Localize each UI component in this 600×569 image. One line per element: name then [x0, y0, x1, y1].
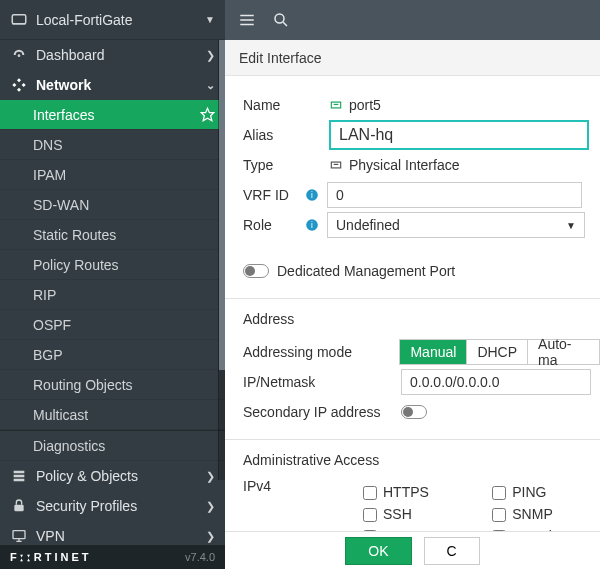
- addressing-mode-segmented: Manual DHCP Auto-ma: [399, 339, 600, 365]
- chk-snmp[interactable]: SNMP: [492, 506, 583, 522]
- sidebar-item-dashboard[interactable]: Dashboard ❯: [0, 40, 225, 70]
- nav: Dashboard ❯ Network ⌄ Interfaces DNS IPA…: [0, 40, 225, 545]
- network-icon: [10, 77, 28, 93]
- chevron-right-icon: ❯: [206, 470, 215, 483]
- sidebar-scrollbar[interactable]: [218, 40, 225, 480]
- chevron-down-icon: ▼: [205, 14, 215, 25]
- sidebar-item-interfaces[interactable]: Interfaces: [0, 100, 225, 130]
- address-section-title: Address: [243, 311, 600, 327]
- sidebar-item-routing-objects[interactable]: Routing Objects: [0, 370, 225, 400]
- info-icon[interactable]: i: [305, 218, 319, 232]
- svg-point-1: [18, 54, 21, 57]
- role-value: Undefined: [336, 217, 400, 233]
- nav-label: Multicast: [33, 407, 88, 423]
- type-label: Type: [243, 157, 299, 173]
- chevron-down-icon: ▼: [566, 220, 576, 231]
- nav-label: Routing Objects: [33, 377, 133, 393]
- sidebar-footer: FːːRTINET v7.4.0: [0, 545, 225, 569]
- chevron-right-icon: ❯: [206, 530, 215, 543]
- vrf-label: VRF ID: [243, 187, 299, 203]
- nav-label: Static Routes: [33, 227, 116, 243]
- sidebar-header[interactable]: Local-FortiGate ▼: [0, 0, 225, 40]
- sidebar-item-policy-routes[interactable]: Policy Routes: [0, 250, 225, 280]
- footer-bar: OK C: [225, 531, 600, 569]
- page-title: Edit Interface: [239, 50, 322, 66]
- sidebar-item-network[interactable]: Network ⌄: [0, 70, 225, 100]
- svg-marker-2: [201, 108, 214, 121]
- ok-button[interactable]: OK: [345, 537, 411, 565]
- chevron-down-icon: ⌄: [206, 79, 215, 92]
- svg-point-6: [275, 14, 284, 23]
- nav-label: Interfaces: [33, 107, 94, 123]
- name-label: Name: [243, 97, 299, 113]
- admin-access-section-title: Administrative Access: [243, 452, 600, 468]
- lock-icon: [10, 498, 28, 514]
- hamburger-icon[interactable]: [237, 10, 257, 30]
- secondary-ip-toggle[interactable]: [401, 405, 427, 419]
- role-label: Role: [243, 217, 299, 233]
- policy-icon: [10, 468, 28, 484]
- svg-rect-3: [14, 505, 23, 512]
- port-icon: [329, 158, 343, 172]
- dedicated-mgmt-toggle[interactable]: [243, 264, 269, 278]
- nav-label: Security Profiles: [36, 498, 137, 514]
- nav-label: Diagnostics: [33, 438, 105, 454]
- cancel-button[interactable]: C: [424, 537, 480, 565]
- chk-https[interactable]: HTTPS: [363, 484, 452, 500]
- sidebar-item-ospf[interactable]: OSPF: [0, 310, 225, 340]
- nav-label: VPN: [36, 528, 65, 544]
- chevron-right-icon: ❯: [206, 49, 215, 62]
- type-value: Physical Interface: [349, 157, 460, 173]
- info-icon[interactable]: i: [305, 188, 319, 202]
- port-icon: [329, 98, 343, 112]
- svg-text:i: i: [311, 221, 313, 230]
- main: Edit Interface Name port5 Alias Type Phy…: [225, 0, 600, 569]
- sidebar-item-policy-objects[interactable]: Policy & Objects ❯: [0, 461, 225, 491]
- page-title-bar: Edit Interface: [225, 40, 600, 76]
- ipmask-input[interactable]: [401, 369, 591, 395]
- search-icon[interactable]: [271, 10, 291, 30]
- mode-auto[interactable]: Auto-ma: [528, 340, 599, 364]
- svg-text:i: i: [311, 191, 313, 200]
- sidebar-item-bgp[interactable]: BGP: [0, 340, 225, 370]
- nav-label: OSPF: [33, 317, 71, 333]
- chevron-right-icon: ❯: [206, 500, 215, 513]
- name-value: port5: [349, 97, 381, 113]
- sidebar-item-diagnostics[interactable]: Diagnostics: [0, 431, 225, 461]
- ipmask-label: IP/Netmask: [243, 374, 401, 390]
- content: Name port5 Alias Type Physical Interface…: [225, 76, 600, 569]
- nav-label: SD-WAN: [33, 197, 89, 213]
- mode-manual[interactable]: Manual: [400, 340, 467, 364]
- sidebar-item-vpn[interactable]: VPN ❯: [0, 521, 225, 545]
- nav-label: DNS: [33, 137, 63, 153]
- nav-label: Dashboard: [36, 47, 105, 63]
- monitor-icon: [10, 528, 28, 544]
- device-icon: [10, 11, 28, 29]
- secondary-ip-label: Secondary IP address: [243, 404, 401, 420]
- device-title: Local-FortiGate: [36, 12, 205, 28]
- sidebar-item-sdwan[interactable]: SD-WAN: [0, 190, 225, 220]
- nav-label: Policy & Objects: [36, 468, 138, 484]
- nav-label: Policy Routes: [33, 257, 119, 273]
- alias-input[interactable]: [329, 120, 589, 150]
- sidebar-item-dns[interactable]: DNS: [0, 130, 225, 160]
- sidebar-item-rip[interactable]: RIP: [0, 280, 225, 310]
- svg-rect-0: [12, 14, 26, 23]
- sidebar: Local-FortiGate ▼ Dashboard ❯ Network ⌄ …: [0, 0, 225, 569]
- nav-label: RIP: [33, 287, 56, 303]
- sidebar-item-security-profiles[interactable]: Security Profiles ❯: [0, 491, 225, 521]
- vrf-input[interactable]: [327, 182, 582, 208]
- sidebar-item-ipam[interactable]: IPAM: [0, 160, 225, 190]
- sidebar-item-multicast[interactable]: Multicast: [0, 400, 225, 430]
- sidebar-item-static-routes[interactable]: Static Routes: [0, 220, 225, 250]
- dedicated-mgmt-label: Dedicated Management Port: [277, 263, 455, 279]
- chk-ssh[interactable]: SSH: [363, 506, 452, 522]
- nav-label: Network: [36, 77, 91, 93]
- chk-ping[interactable]: PING: [492, 484, 583, 500]
- alias-label: Alias: [243, 127, 299, 143]
- addressing-mode-label: Addressing mode: [243, 344, 399, 360]
- mode-dhcp[interactable]: DHCP: [467, 340, 528, 364]
- brand-logo: FːːRTINET: [10, 551, 91, 564]
- star-icon[interactable]: [200, 107, 215, 122]
- role-select[interactable]: Undefined ▼: [327, 212, 585, 238]
